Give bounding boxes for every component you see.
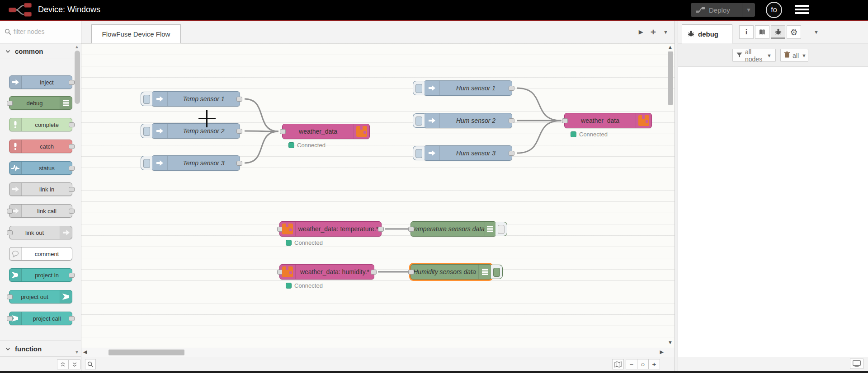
flow-node-weather-data-1[interactable]: weather_data — [282, 124, 370, 139]
inject-button[interactable] — [141, 156, 152, 170]
clear-all-button[interactable]: all ▼ — [780, 49, 808, 62]
output-port[interactable] — [236, 129, 242, 134]
wire[interactable] — [517, 121, 561, 153]
palette-item-project-in[interactable]: project in — [9, 268, 72, 282]
tab-debug[interactable]: debug — [682, 24, 732, 43]
output-port[interactable] — [509, 151, 514, 156]
vertical-scrollbar-thumb[interactable] — [668, 51, 673, 105]
hamburger-menu-icon[interactable] — [795, 5, 809, 15]
input-port[interactable] — [408, 270, 414, 275]
horizontal-scrollbar-thumb[interactable] — [108, 350, 184, 355]
palette-item-link-in[interactable]: link in — [9, 182, 72, 196]
output-port[interactable] — [509, 118, 514, 123]
wire[interactable] — [245, 99, 278, 131]
palette-scroll-up[interactable]: ▲ — [74, 44, 80, 49]
output-port[interactable] — [236, 161, 242, 166]
play-icon[interactable]: ▶ — [639, 28, 643, 35]
inject-button[interactable] — [413, 113, 425, 128]
input-port[interactable] — [408, 227, 414, 232]
add-flow-button[interactable]: + — [651, 27, 656, 37]
flow-node-debug-humidity[interactable]: Humidity sensors data — [410, 264, 492, 280]
input-port[interactable] — [7, 209, 13, 214]
palette-item-inject[interactable]: inject — [9, 75, 72, 89]
canvas-search-button[interactable] — [85, 359, 96, 369]
input-port[interactable] — [7, 230, 13, 235]
palette-scrollbar-thumb[interactable] — [75, 51, 80, 104]
collapse-categories-button[interactable] — [57, 359, 69, 369]
debug-messages-panel[interactable] — [678, 67, 868, 357]
scroll-left-icon[interactable]: ◀ — [83, 349, 87, 355]
output-port[interactable] — [378, 227, 384, 232]
input-port[interactable] — [7, 316, 13, 321]
flow-node-temp2[interactable]: Temp sensor 2 — [151, 123, 240, 139]
inject-button[interactable] — [413, 146, 425, 160]
flow-node-hum2[interactable]: Hum sensor 2 — [424, 113, 512, 128]
output-port[interactable] — [69, 316, 75, 321]
palette-category-common[interactable]: common — [0, 43, 81, 59]
scroll-right-icon[interactable]: ▶ — [660, 349, 664, 355]
palette-category-function[interactable]: function — [0, 340, 81, 357]
output-port[interactable] — [69, 273, 75, 278]
flow-canvas[interactable]: Temp sensor 1Temp sensor 2Temp sensor 3w… — [81, 43, 675, 348]
inject-button[interactable] — [413, 81, 425, 95]
inject-button[interactable] — [141, 124, 152, 138]
output-port[interactable] — [69, 144, 75, 149]
sidebar-resize-handle[interactable] — [675, 21, 678, 371]
flow-node-debug-temperature[interactable]: Temperature sensors data — [410, 221, 496, 237]
canvas-vertical-scrollbar[interactable]: ▲ ▼ — [666, 43, 675, 348]
palette-item-link-out[interactable]: link out — [9, 226, 72, 239]
output-port[interactable] — [69, 187, 75, 192]
input-port[interactable] — [7, 101, 13, 106]
gear-icon[interactable]: ⚙ — [787, 25, 801, 39]
output-port[interactable] — [69, 166, 75, 171]
wire[interactable] — [517, 88, 561, 121]
palette-item-comment[interactable]: comment — [9, 247, 72, 261]
output-port[interactable] — [236, 97, 242, 102]
palette-item-project-out[interactable]: project out — [9, 290, 72, 303]
flow-node-wd-temperature[interactable]: weather_data: temperature.* — [279, 221, 382, 237]
debug-toggle-button[interactable] — [491, 265, 503, 279]
map-navigator-button[interactable] — [612, 359, 624, 369]
palette-item-debug[interactable]: debug — [9, 96, 72, 110]
output-port[interactable] — [509, 86, 514, 91]
expand-categories-button[interactable] — [69, 359, 80, 369]
deploy-options-caret[interactable]: ▼ — [742, 3, 755, 17]
output-port[interactable] — [69, 209, 75, 214]
canvas-horizontal-scrollbar[interactable]: ◀ ▶ — [81, 348, 675, 357]
scroll-down-icon[interactable]: ▼ — [668, 340, 673, 345]
sidebar-tabs-caret[interactable]: ▼ — [814, 29, 819, 35]
flow-node-temp3[interactable]: Temp sensor 3 — [151, 155, 240, 171]
flow-node-hum1[interactable]: Hum sensor 1 — [424, 80, 512, 96]
inject-button[interactable] — [141, 92, 152, 106]
flow-node-hum3[interactable]: Hum sensor 3 — [424, 145, 512, 161]
zoom-in-button[interactable]: + — [648, 359, 660, 369]
filter-all-nodes-button[interactable]: all nodes ▼ — [732, 49, 776, 62]
palette-item-project-call[interactable]: project call — [9, 312, 72, 325]
palette-search[interactable]: filter nodes — [0, 21, 81, 43]
palette-item-complete[interactable]: complete — [9, 118, 72, 131]
flow-list-caret[interactable]: ▼ — [663, 29, 668, 35]
input-port[interactable] — [562, 118, 568, 123]
input-port[interactable] — [7, 294, 13, 299]
book-icon[interactable] — [755, 25, 769, 39]
bug-icon[interactable] — [771, 25, 785, 39]
tab-flowfuse-device-flow[interactable]: FlowFuse Device Flow — [91, 24, 181, 43]
output-port[interactable] — [371, 270, 377, 275]
scroll-up-icon[interactable]: ▲ — [668, 44, 673, 50]
input-port[interactable] — [280, 129, 286, 134]
debug-toggle-button[interactable] — [495, 222, 507, 236]
output-port[interactable] — [69, 122, 75, 127]
palette-scroll-down[interactable]: ▼ — [74, 350, 80, 354]
flow-node-wd-humidity[interactable]: weather_data: humidity.* — [279, 264, 374, 280]
wire[interactable] — [245, 131, 278, 163]
flow-node-weather-data-2[interactable]: weather_data — [564, 113, 652, 128]
zoom-out-button[interactable]: − — [626, 359, 637, 369]
flow-node-temp1[interactable]: Temp sensor 1 — [151, 91, 240, 107]
monitor-icon[interactable] — [850, 359, 863, 369]
palette-item-link-call[interactable]: link call — [9, 204, 72, 218]
user-avatar[interactable]: fo — [766, 2, 782, 18]
zoom-reset-button[interactable]: ○ — [637, 359, 649, 369]
palette-item-status[interactable]: status — [9, 161, 72, 175]
info-icon[interactable]: i — [739, 25, 754, 39]
deploy-button[interactable]: Deploy ▼ — [691, 3, 755, 17]
